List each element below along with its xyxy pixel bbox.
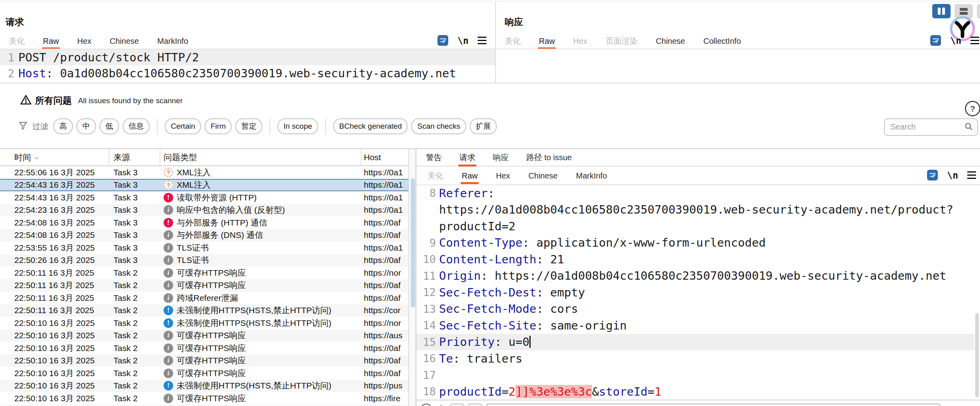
- newline-icon[interactable]: \n: [457, 35, 469, 46]
- severity-info-icon: i: [164, 243, 173, 253]
- filter-pill-Scan checks[interactable]: Scan checks: [411, 118, 466, 134]
- detail-tab-响应[interactable]: 响应: [493, 152, 509, 163]
- column-header-时间[interactable]: 时间: [0, 149, 109, 165]
- code-line-8[interactable]: 8Referer:: [416, 185, 974, 202]
- issue-row[interactable]: 22:50:10 16 3月 2025Task 2i可缓存HTTPS响应http…: [0, 355, 408, 367]
- word-wrap-icon[interactable]: [437, 35, 448, 46]
- issue-row[interactable]: 22:50:11 16 3月 2025Task 2!未强制使用HTTPS(HST…: [0, 304, 408, 317]
- request-editor[interactable]: 1POST /product/stock HTTP/22Host: 0a1d00…: [0, 49, 495, 81]
- code-line-10[interactable]: 10Content-Length: 21: [416, 251, 974, 268]
- issue-row[interactable]: 22:50:11 16 3月 2025Task 2i可缓存HTTPS响应http…: [0, 279, 408, 292]
- word-wrap-icon[interactable]: [927, 170, 938, 180]
- issue-row[interactable]: 22:54:08 16 3月 2025Task 3i与外部服务 (DNS) 通信…: [0, 229, 408, 242]
- issue-row[interactable]: 22:53:55 16 3月 2025Task 3iTLS证书https://0…: [0, 241, 408, 254]
- issue-row[interactable]: 22:54:43 16 3月 2025Task 3?XML注入https://0…: [0, 179, 408, 192]
- issue-row[interactable]: 22:50:10 16 3月 2025Task 2i可缓存HTTPS响应http…: [0, 330, 408, 342]
- issues-table-scrollbar[interactable]: [408, 148, 416, 406]
- issue-type-label: 可缓存HTTPS响应: [177, 343, 246, 354]
- issue-row[interactable]: 22:50:10 16 3月 2025Task 2i可缓存HTTPS响应http…: [0, 342, 408, 355]
- filter-pill-信息[interactable]: 信息: [123, 118, 150, 134]
- issue-row[interactable]: 22:50:10 16 3月 2025Task 2i可缓存HTTPS响应http…: [0, 367, 408, 380]
- filter-pill-In scope[interactable]: In scope: [277, 118, 318, 134]
- issue-host: https://aus: [361, 330, 408, 342]
- menu-icon[interactable]: [970, 37, 979, 44]
- request-tab-Hex[interactable]: Hex: [77, 37, 92, 46]
- issue-row[interactable]: 22:50:11 16 3月 2025Task 2i跨域Referer泄漏htt…: [0, 292, 408, 304]
- code-line-13[interactable]: 13Sec-Fetch-Mode: cors: [416, 301, 974, 318]
- detail-subtab-Hex[interactable]: Hex: [496, 171, 510, 180]
- code-line-16[interactable]: 16Te: trailers: [416, 350, 974, 367]
- code-line-18[interactable]: 18productId=2]]%3e%3e%3c&storeId=1: [416, 383, 974, 400]
- issue-row[interactable]: 22:54:08 16 3月 2025Task 3!与外部服务 (HTTP) 通…: [0, 216, 408, 229]
- code-line-14[interactable]: 14Sec-Fetch-Site: same-origin: [416, 317, 974, 334]
- response-tab-Chinese[interactable]: Chinese: [656, 37, 685, 46]
- issue-host: https://0af: [361, 367, 408, 380]
- detail-subtab-Raw[interactable]: Raw: [462, 171, 478, 180]
- request-tab-MarkInfo[interactable]: MarkInfo: [157, 37, 188, 46]
- word-wrap-icon[interactable]: [930, 35, 941, 46]
- request-tab-Chinese[interactable]: Chinese: [110, 37, 139, 46]
- filter-funnel-icon[interactable]: [18, 121, 28, 132]
- filter-pill-扩展[interactable]: 扩展: [470, 118, 497, 134]
- code-line-15[interactable]: 15Priority: u=0: [416, 334, 974, 351]
- issue-host: https://fire: [361, 392, 408, 405]
- issue-row[interactable]: 22:50:26 16 3月 2025Task 3iTLS证书https://0…: [0, 254, 408, 267]
- filter-pill-BCheck generated[interactable]: BCheck generated: [333, 118, 408, 134]
- issues-search-input[interactable]: [890, 120, 959, 133]
- code-line-11[interactable]: 11Origin: https://0a1d008b04cc106580c235…: [416, 268, 974, 284]
- filter-pill-中[interactable]: 中: [76, 118, 96, 134]
- response-tab-CollectInfo[interactable]: CollectInfo: [703, 37, 741, 46]
- filter-pill-高[interactable]: 高: [53, 118, 73, 134]
- detail-subtab-MarkInfo[interactable]: MarkInfo: [576, 171, 607, 180]
- newline-icon[interactable]: \n: [950, 35, 961, 46]
- issue-type-label: 可缓存HTTPS响应: [177, 368, 246, 379]
- columns-layout-icon[interactable]: [932, 4, 951, 18]
- issue-row[interactable]: 22:50:11 16 3月 2025Task 2i可缓存HTTPS响应http…: [0, 267, 408, 279]
- code-line-wrap[interactable]: https://0a1d008b04cc106580c2350700390019…: [416, 202, 974, 218]
- filter-pill-Firm[interactable]: Firm: [205, 118, 232, 134]
- gear-icon[interactable]: ⚙: [436, 404, 446, 406]
- filter-pill-低[interactable]: 低: [100, 118, 119, 134]
- next-match-button[interactable]: [468, 404, 482, 406]
- detail-tab-警告[interactable]: 警告: [426, 152, 442, 163]
- column-header-Host[interactable]: Host: [361, 149, 408, 165]
- issue-row[interactable]: 22:55:06 16 3月 2025Task 3?XML注入https://0…: [0, 166, 408, 179]
- detail-scrollbar-thumb[interactable]: [975, 313, 979, 397]
- code-line-9[interactable]: 9Content-Type: application/x-www-form-ur…: [416, 235, 974, 251]
- issue-row[interactable]: 22:50:10 16 3月 2025Task 2!未强制使用HTTPS(HST…: [0, 380, 408, 392]
- issue-source: Task 2: [109, 367, 160, 380]
- issue-row[interactable]: 22:54:23 16 3月 2025Task 3i响应中包含的输入值 (反射型…: [0, 204, 408, 217]
- detail-subtab-Chinese[interactable]: Chinese: [529, 171, 558, 180]
- detail-tab-路径 to issue[interactable]: 路径 to issue: [526, 152, 572, 163]
- token: productId=2: [439, 220, 515, 233]
- single-layout-icon[interactable]: [977, 4, 980, 18]
- code-line-2[interactable]: 2Host: 0a1d008b04cc106580c2350700390019.…: [0, 65, 495, 81]
- issue-type: i响应中包含的输入值 (反射型): [160, 204, 361, 217]
- code-line-1[interactable]: 1POST /product/stock HTTP/2: [0, 49, 495, 65]
- detail-editor-icons: \n: [927, 170, 976, 180]
- issue-row[interactable]: 22:50:10 16 3月 2025Task 2!未强制使用HTTPS(HST…: [0, 317, 408, 330]
- newline-icon[interactable]: \n: [947, 170, 958, 180]
- detail-tab-请求[interactable]: 请求: [459, 152, 475, 163]
- filter-label: 过滤: [32, 121, 48, 132]
- column-header-问题类型[interactable]: 问题类型: [160, 149, 361, 165]
- menu-icon[interactable]: [478, 37, 486, 44]
- response-tab-Raw[interactable]: Raw: [539, 37, 555, 46]
- help-icon[interactable]: ?: [965, 101, 980, 116]
- detail-editor[interactable]: 8Referer:https://0a1d008b04cc106580c2350…: [416, 185, 974, 400]
- code-line-12[interactable]: 12Sec-Fetch-Dest: empty: [416, 284, 974, 301]
- code-line-wrap[interactable]: productId=2: [416, 218, 974, 235]
- issue-row[interactable]: 22:50:10 16 3月 2025Task 2i可缓存HTTPS响应http…: [0, 392, 408, 405]
- issue-row[interactable]: i: [0, 405, 408, 406]
- code-line-17[interactable]: 17: [416, 367, 974, 384]
- filter-pill-Certain[interactable]: Certain: [165, 118, 201, 134]
- help-icon[interactable]: ?: [420, 404, 432, 406]
- filter-pill-暂定[interactable]: 暂定: [235, 118, 262, 134]
- issue-row[interactable]: 22:54:43 16 3月 2025Task 3!读取带外资源 (HTTP)h…: [0, 191, 408, 204]
- previous-match-button[interactable]: [450, 404, 464, 406]
- menu-icon[interactable]: [967, 171, 976, 179]
- scrollbar-thumb[interactable]: [411, 178, 415, 308]
- column-header-来源[interactable]: 来源: [109, 149, 160, 165]
- issue-type-label: 可缓存HTTPS响应: [177, 267, 246, 279]
- request-tab-Raw[interactable]: Raw: [43, 37, 59, 46]
